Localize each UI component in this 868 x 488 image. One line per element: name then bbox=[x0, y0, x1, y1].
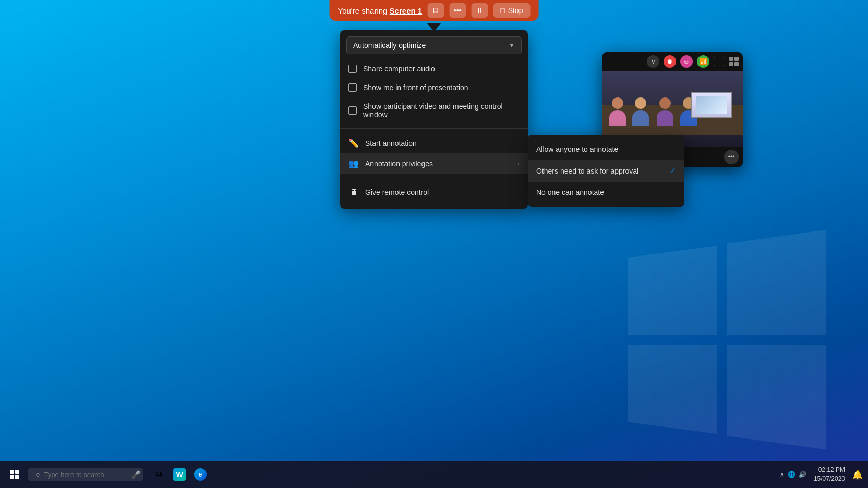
start-annotation-item[interactable]: ✏️ Start annotation bbox=[340, 133, 528, 153]
system-clock[interactable]: 02:12 PM 15/07/2020 bbox=[814, 466, 845, 483]
allow-anyone-item[interactable]: Allow anyone to annotate bbox=[528, 139, 684, 160]
screen-link[interactable]: Screen 1 bbox=[390, 6, 423, 15]
video-toolbar: ∨ ⏺ ☺ 📶 bbox=[602, 52, 743, 71]
windows-logo-watermark bbox=[628, 217, 826, 457]
show-participants-checkbox[interactable] bbox=[348, 106, 357, 115]
clock-date: 15/07/2020 bbox=[814, 474, 845, 483]
share-audio-item[interactable]: Share computer audio bbox=[340, 59, 528, 78]
optimize-dropdown[interactable]: Automatically optimize ▼ bbox=[346, 36, 522, 54]
give-remote-control-item[interactable]: 🖥 Give remote control bbox=[340, 182, 528, 202]
show-participants-item[interactable]: Show participant video and meeting contr… bbox=[340, 97, 528, 124]
signal-btn[interactable]: 📶 bbox=[697, 55, 709, 68]
edge-icon[interactable]: e bbox=[191, 465, 210, 484]
search-icon: ○ bbox=[35, 470, 40, 479]
give-remote-control-label: Give remote control bbox=[365, 188, 429, 197]
main-menu: Automatically optimize ▼ Share computer … bbox=[340, 30, 528, 209]
menu-pointer bbox=[427, 23, 441, 31]
reaction-btn[interactable]: ☺ bbox=[680, 55, 693, 68]
start-annotation-label: Start annotation bbox=[365, 139, 417, 148]
annotation-privileges-label: Annotation privileges bbox=[365, 160, 433, 168]
show-me-label: Show me in front of presentation bbox=[363, 83, 468, 92]
pause-btn[interactable]: ⏸ bbox=[471, 3, 488, 18]
tray-arrow-icon[interactable]: ∧ bbox=[780, 471, 785, 478]
task-view-btn[interactable]: ⧉ bbox=[149, 465, 168, 484]
app-icon-1[interactable]: W bbox=[170, 465, 189, 484]
share-audio-checkbox[interactable] bbox=[348, 65, 357, 73]
share-audio-label: Share computer audio bbox=[363, 65, 435, 73]
annotation-submenu: Allow anyone to annotate Others need to … bbox=[528, 135, 684, 207]
sharing-text: You're sharing Screen 1 bbox=[338, 6, 423, 15]
menu-divider-2 bbox=[340, 178, 528, 178]
grid-view-btn[interactable] bbox=[729, 57, 739, 66]
volume-icon: 🔊 bbox=[799, 471, 806, 478]
show-me-item[interactable]: Show me in front of presentation bbox=[340, 78, 528, 97]
taskbar: ○ 🎤 ⧉ W e ∧ 🌐 🔊 02:12 PM 15/07/2020 🔔 bbox=[0, 461, 868, 488]
stop-icon: □ bbox=[500, 6, 504, 15]
more-options-btn[interactable]: ••• bbox=[449, 3, 466, 18]
collapse-button[interactable]: ∨ bbox=[647, 55, 659, 68]
sharing-bar: You're sharing Screen 1 🖥 ••• ⏸ □ Stop bbox=[330, 0, 539, 21]
show-me-checkbox[interactable] bbox=[348, 83, 357, 92]
laptop-screen bbox=[691, 92, 732, 118]
others-approval-label: Others need to ask for approval bbox=[536, 167, 638, 175]
person-3 bbox=[657, 97, 673, 126]
check-icon: ✓ bbox=[669, 166, 676, 176]
person-2 bbox=[632, 97, 649, 126]
search-input[interactable] bbox=[44, 471, 127, 479]
allow-anyone-label: Allow anyone to annotate bbox=[536, 145, 618, 153]
stop-button[interactable]: □ Stop bbox=[493, 3, 530, 18]
record-btn[interactable]: ⏺ bbox=[664, 55, 676, 68]
clock-time: 02:12 PM bbox=[814, 466, 845, 474]
more-controls-btn[interactable]: ••• bbox=[724, 150, 739, 164]
network-icon: 🌐 bbox=[788, 471, 795, 478]
no-one-item[interactable]: No one can annotate bbox=[528, 182, 684, 203]
notification-icon[interactable]: 🔔 bbox=[852, 470, 863, 480]
windows-icon bbox=[10, 470, 19, 479]
remote-control-icon: 🖥 bbox=[348, 188, 359, 197]
taskbar-right: ∧ 🌐 🔊 02:12 PM 15/07/2020 🔔 bbox=[780, 466, 863, 483]
window-mode-btn[interactable] bbox=[714, 57, 725, 66]
annotation-privileges-item[interactable]: 👥 Annotation privileges › bbox=[340, 153, 528, 174]
show-participants-label: Show participant video and meeting contr… bbox=[363, 102, 520, 119]
menu-divider-1 bbox=[340, 128, 528, 129]
submenu-arrow-icon: › bbox=[517, 160, 520, 167]
privileges-icon: 👥 bbox=[348, 158, 359, 168]
mic-search-icon: 🎤 bbox=[131, 470, 140, 479]
annotation-icon: ✏️ bbox=[348, 138, 359, 148]
person-1 bbox=[609, 97, 626, 126]
system-tray: ∧ 🌐 🔊 bbox=[780, 471, 806, 478]
search-bar[interactable]: ○ 🎤 bbox=[28, 468, 143, 481]
start-button[interactable] bbox=[5, 465, 24, 484]
screen-icon-btn[interactable]: 🖥 bbox=[427, 3, 444, 18]
chevron-down-icon: ▼ bbox=[509, 42, 515, 49]
others-approval-item[interactable]: Others need to ask for approval ✓ bbox=[528, 160, 684, 182]
taskbar-icons: ⧉ W e bbox=[149, 465, 210, 484]
optimize-label: Automatically optimize bbox=[353, 41, 426, 50]
no-one-label: No one can annotate bbox=[536, 188, 604, 197]
